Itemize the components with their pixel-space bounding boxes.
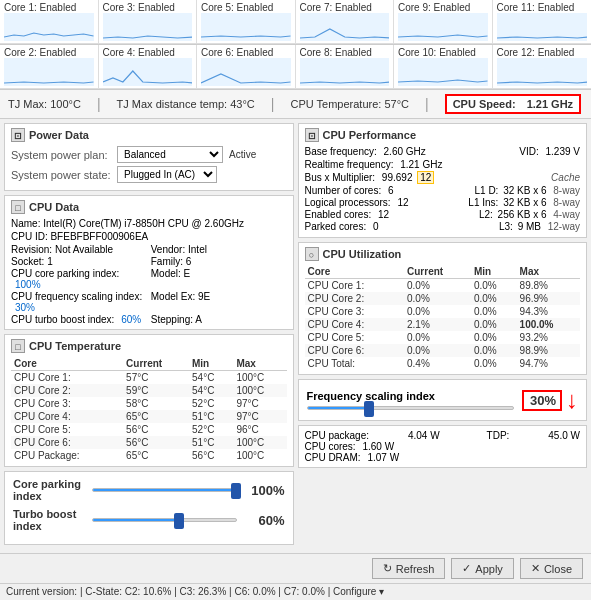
core-9-chart <box>398 13 488 41</box>
table-row: CPU Total: 0.4% 0.0% 94.7% <box>305 357 581 370</box>
vid-label: VID: <box>519 146 538 157</box>
apply-button[interactable]: ✓ Apply <box>451 558 514 579</box>
power-plan-row: System power plan: Balanced High perform… <box>11 146 287 163</box>
down-arrow-icon: ↓ <box>566 386 578 414</box>
right-panel: ⊡ CPU Performance Base frequency: 2.60 G… <box>298 123 588 549</box>
parking-slider-fill <box>93 489 235 491</box>
cpu-perf-title: ⊡ CPU Performance <box>305 128 581 142</box>
perf-row-6: Enabled cores: 12 L2: 256 KB x 6 4-way <box>305 209 581 220</box>
core-3-graph: Core 3: Enabled <box>99 0 198 44</box>
parking-slider-track[interactable] <box>92 488 236 492</box>
bus-value: 99.692 <box>382 172 413 183</box>
logical-value: 12 <box>397 197 408 208</box>
l3-value: 9 MB <box>518 221 541 232</box>
bottom-bar: ↻ Refresh ✓ Apply ✕ Close <box>0 553 591 583</box>
core-12-graph: Core 12: Enabled <box>493 45 592 89</box>
cpu-name-label: Name: <box>11 218 40 229</box>
util-core: CPU Core 4: <box>305 318 405 331</box>
turbo-slider-track[interactable] <box>92 518 236 522</box>
l2-label: L2: <box>479 209 493 220</box>
core-2-label: Core 2: Enabled <box>4 47 94 58</box>
refresh-button[interactable]: ↻ Refresh <box>372 558 446 579</box>
temp-current: 59°C <box>123 384 189 397</box>
freq-value-arrow: 30% ↓ <box>522 386 578 414</box>
cpu-util-title: ○ CPU Utilization <box>305 247 581 261</box>
cores-top-row: Core 1: Enabled Core 3: Enabled Core 5: … <box>0 0 591 45</box>
util-core: CPU Core 3: <box>305 305 405 318</box>
core-5-chart <box>201 13 291 41</box>
util-max: 94.3% <box>517 305 580 318</box>
enabled-label: Enabled cores: <box>305 209 372 220</box>
util-core: CPU Core 5: <box>305 331 405 344</box>
core-9-graph: Core 9: Enabled <box>394 0 493 44</box>
temp-col-core: Core <box>11 357 123 371</box>
multiplier-value: 12 <box>417 171 434 184</box>
model-row: Model: E <box>151 268 287 290</box>
util-min: 0.0% <box>471 305 517 318</box>
base-freq-value: 2.60 GHz <box>384 146 426 157</box>
table-row: CPU Core 5: 0.0% 0.0% 93.2% <box>305 331 581 344</box>
table-row: CPU Package: 65°C 56°C 100°C <box>11 449 287 462</box>
core-8-chart <box>300 58 390 86</box>
realtime-value: 1.21 GHz <box>400 159 442 170</box>
util-max: 94.7% <box>517 357 580 370</box>
temp-current: 57°C <box>123 371 189 385</box>
cores-value: 6 <box>388 185 394 196</box>
cpu-data-title: □ CPU Data <box>11 200 287 214</box>
cache-label: Cache <box>551 172 580 183</box>
util-col-max: Max <box>517 265 580 279</box>
power-state-select[interactable]: Plugged In (AC) On Battery <box>117 166 217 183</box>
parking-slider-thumb[interactable] <box>231 483 241 499</box>
core-6-label: Core 6: Enabled <box>201 47 291 58</box>
freq-scaling-track[interactable] <box>307 406 515 410</box>
tj-max: TJ Max: 100°C <box>8 98 81 110</box>
freq-scaling-section: Frequency scaling index 30% ↓ <box>298 379 588 421</box>
l1d-value: 32 KB x 6 <box>503 185 546 196</box>
util-current: 0.4% <box>404 357 471 370</box>
l1d-label: L1 D: <box>474 185 498 196</box>
temp-min: 52°C <box>189 397 233 410</box>
turbo-slider-thumb[interactable] <box>174 513 184 529</box>
freq-scaling-thumb[interactable] <box>364 401 374 417</box>
util-min: 0.0% <box>471 331 517 344</box>
l2-way: 4-way <box>553 209 580 220</box>
util-current: 0.0% <box>404 292 471 305</box>
util-min: 0.0% <box>471 292 517 305</box>
family-row: Family: 6 <box>151 256 287 267</box>
base-freq-label: Base frequency: <box>305 146 377 157</box>
checkmark-icon: ✓ <box>462 562 471 575</box>
perf-row-5: Logical processors: 12 L1 Ins: 32 KB x 6… <box>305 197 581 208</box>
core-3-label: Core 3: Enabled <box>103 2 193 13</box>
table-row: CPU Core 3: 58°C 52°C 97°C <box>11 397 287 410</box>
cpu-perf-section: ⊡ CPU Performance Base frequency: 2.60 G… <box>298 123 588 238</box>
freq-scaling-content: Frequency scaling index <box>307 390 515 410</box>
util-current: 0.0% <box>404 331 471 344</box>
vendor-row: Vendor: Intel <box>151 244 287 255</box>
temp-col-max: Max <box>233 357 286 371</box>
tj-distance: TJ Max distance temp: 43°C <box>117 98 255 110</box>
table-row: CPU Core 6: 56°C 51°C 100°C <box>11 436 287 449</box>
cpu-id-value: BFEBFBFF000906EA <box>50 231 148 242</box>
refresh-icon: ↻ <box>383 562 392 575</box>
temp-current: 56°C <box>123 436 189 449</box>
core-11-chart <box>497 13 588 41</box>
temp-col-current: Current <box>123 357 189 371</box>
realtime-label: Realtime frequency: <box>305 159 394 170</box>
util-max: 96.9% <box>517 292 580 305</box>
core-2-graph: Core 2: Enabled <box>0 45 99 89</box>
core-1-chart <box>4 13 94 41</box>
core-1-graph: Core 1: Enabled <box>0 0 99 44</box>
table-row: CPU Core 1: 57°C 54°C 100°C <box>11 371 287 385</box>
temp-min: 51°C <box>189 436 233 449</box>
turbo-slider-row: Turbo boost index 60% <box>13 508 285 532</box>
temp-max: 96°C <box>233 423 286 436</box>
cpu-data-section: □ CPU Data Name: Intel(R) Core(TM) i7-88… <box>4 195 294 330</box>
util-max: 93.2% <box>517 331 580 344</box>
power-plan-select[interactable]: Balanced High performance Power saver <box>117 146 223 163</box>
perf-row-7: Parked cores: 0 L3: 9 MB 12-way <box>305 221 581 232</box>
table-row: CPU Core 2: 0.0% 0.0% 96.9% <box>305 292 581 305</box>
temp-current: 65°C <box>123 449 189 462</box>
temp-min: 56°C <box>189 449 233 462</box>
close-button[interactable]: ✕ Close <box>520 558 583 579</box>
temp-max: 100°C <box>233 371 286 385</box>
